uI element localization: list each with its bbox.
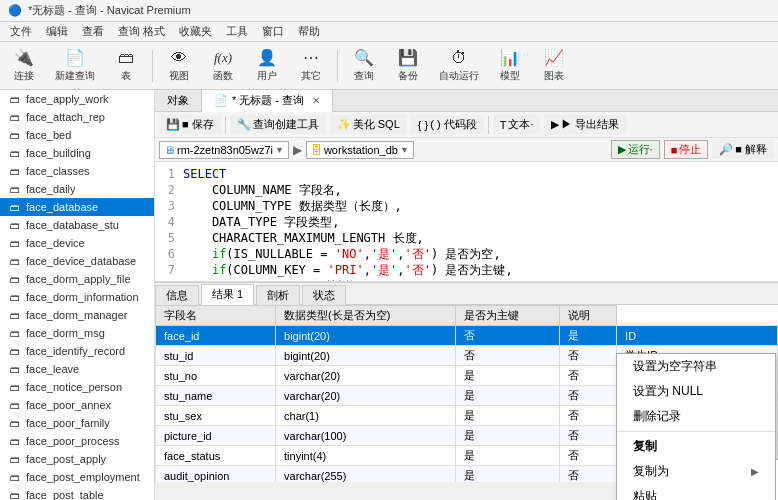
autorun-button[interactable]: ⏱ 自动运行 bbox=[432, 46, 486, 86]
menu-file[interactable]: 文件 bbox=[4, 24, 38, 39]
sidebar-item-face_post_apply[interactable]: 🗃face_post_apply bbox=[0, 450, 154, 468]
sidebar-item-label: face_device_database bbox=[26, 255, 136, 267]
ctx-set-null[interactable]: 设置为 NULL bbox=[617, 379, 775, 404]
model-button[interactable]: 📊 模型 bbox=[490, 46, 530, 86]
result-tab-info[interactable]: 信息 bbox=[155, 285, 199, 305]
menu-help[interactable]: 帮助 bbox=[292, 24, 326, 39]
user-button[interactable]: 👤 用户 bbox=[247, 46, 287, 86]
sidebar-item-face_poor_process[interactable]: 🗃face_poor_process bbox=[0, 432, 154, 450]
export-button[interactable]: ▶ ▶ 导出结果 bbox=[544, 115, 626, 134]
table-icon: 🗃 bbox=[115, 49, 137, 67]
sidebar-item-face_notice_person[interactable]: 🗃face_notice_person bbox=[0, 378, 154, 396]
save-button[interactable]: 💾 ■ 保存 bbox=[159, 115, 221, 134]
run-icon: ▶ bbox=[618, 143, 626, 156]
chart-button[interactable]: 📈 图表 bbox=[534, 46, 574, 86]
sidebar-item-face_dorm_apply_file[interactable]: 🗃face_dorm_apply_file bbox=[0, 270, 154, 288]
ctx-copy[interactable]: 复制 bbox=[617, 434, 775, 459]
ctx-copy-as-label: 复制为 bbox=[633, 463, 669, 480]
tab-query[interactable]: 📄 * 无标题 - 查询 ✕ bbox=[202, 90, 333, 112]
sidebar-item-face_device_database[interactable]: 🗃face_device_database bbox=[0, 252, 154, 270]
sidebar-item-face_device[interactable]: 🗃face_device bbox=[0, 234, 154, 252]
result-tab-profile[interactable]: 剖析 bbox=[256, 285, 300, 305]
results-tabs: 信息 结果 1 剖析 状态 bbox=[155, 283, 778, 305]
sidebar-item-face_poor_family[interactable]: 🗃face_poor_family bbox=[0, 414, 154, 432]
sidebar-item-face_daily[interactable]: 🗃face_daily bbox=[0, 180, 154, 198]
menu-tools[interactable]: 工具 bbox=[220, 24, 254, 39]
table-icon: 🗃 bbox=[8, 110, 22, 124]
sidebar-item-face_database_stu[interactable]: 🗃face_database_stu bbox=[0, 216, 154, 234]
backup-button[interactable]: 💾 备份 bbox=[388, 46, 428, 86]
snippet-label: ( ) 代码段 bbox=[430, 117, 476, 132]
menu-favorites[interactable]: 收藏夹 bbox=[173, 24, 218, 39]
tab-object[interactable]: 对象 bbox=[155, 90, 202, 112]
sidebar-item-face_bed[interactable]: 🗃face_bed bbox=[0, 126, 154, 144]
view-label: 视图 bbox=[169, 69, 189, 83]
sidebar-item-face_attach_rep[interactable]: 🗃face_attach_rep bbox=[0, 108, 154, 126]
view-button[interactable]: 👁 视图 bbox=[159, 46, 199, 86]
stop-button[interactable]: ■ 停止 bbox=[664, 140, 709, 159]
column-header[interactable]: 字段名 bbox=[156, 306, 276, 326]
ctx-delete[interactable]: 删除记录 bbox=[617, 404, 775, 429]
connect-button[interactable]: 🔌 连接 bbox=[4, 46, 44, 86]
sidebar-item-face_dorm_msg[interactable]: 🗃face_dorm_msg bbox=[0, 324, 154, 342]
query-builder-button[interactable]: 🔧 查询创建工具 bbox=[230, 115, 326, 134]
table-button[interactable]: 🗃 表 bbox=[106, 46, 146, 86]
column-header[interactable]: 数据类型(长是否为空) bbox=[276, 306, 456, 326]
menu-query-format[interactable]: 查询 格式 bbox=[112, 24, 171, 39]
ctx-copy-as[interactable]: 复制为 ▶ Insert 语句 Update 语句 bbox=[617, 459, 775, 484]
table-cell: 否 bbox=[560, 346, 617, 366]
sidebar-item-face_building[interactable]: 🗃face_building bbox=[0, 144, 154, 162]
other-button[interactable]: ⋯ 其它 bbox=[291, 46, 331, 86]
sidebar-item-face_classes[interactable]: 🗃face_classes bbox=[0, 162, 154, 180]
new-query-button[interactable]: 📄 新建查询 bbox=[48, 46, 102, 86]
sidebar-item-face_apply_work[interactable]: 🗃face_apply_work bbox=[0, 90, 154, 108]
snippet-icon: { } bbox=[418, 119, 428, 131]
backup-icon: 💾 bbox=[397, 48, 419, 67]
text-button[interactable]: T 文本· bbox=[493, 115, 541, 134]
database-select[interactable]: 🗄 workstation_db ▼ bbox=[306, 141, 414, 159]
sidebar-item-face_post_table[interactable]: 🗃face_post_table bbox=[0, 486, 154, 500]
sidebar-item-face_leave[interactable]: 🗃face_leave bbox=[0, 360, 154, 378]
explain-button[interactable]: 🔎 ■ 解释 bbox=[712, 140, 774, 159]
sidebar-item-face_identify_record[interactable]: 🗃face_identify_record bbox=[0, 342, 154, 360]
sidebar-item-face_database[interactable]: 🗃face_database bbox=[0, 198, 154, 216]
sidebar-item-face_post_employment[interactable]: 🗃face_post_employment bbox=[0, 468, 154, 486]
connection-select[interactable]: 🖥 rm-2zetn83n05wz7i ▼ bbox=[159, 141, 289, 159]
table-cell: 否 bbox=[560, 366, 617, 386]
table-icon: 🗃 bbox=[8, 308, 22, 322]
table-cell: 否 bbox=[560, 446, 617, 466]
export-icon: ▶ bbox=[551, 118, 559, 131]
other-label: 其它 bbox=[301, 69, 321, 83]
table-cell: 否 bbox=[560, 466, 617, 483]
table-cell: face_status bbox=[156, 446, 276, 466]
code-snippet-button[interactable]: { } ( ) 代码段 bbox=[411, 115, 484, 134]
connect-icon: 🔌 bbox=[13, 48, 35, 67]
function-button[interactable]: f(x) 函数 bbox=[203, 46, 243, 86]
result-tab-result[interactable]: 结果 1 bbox=[201, 284, 254, 305]
ctx-set-empty[interactable]: 设置为空字符串 bbox=[617, 354, 775, 379]
run-button[interactable]: ▶ 运行· bbox=[611, 140, 660, 159]
table-cell: 否 bbox=[455, 326, 560, 346]
table-icon: 🗃 bbox=[8, 92, 22, 106]
sidebar-item-face_dorm_manager[interactable]: 🗃face_dorm_manager bbox=[0, 306, 154, 324]
sidebar-item-label: face_database_stu bbox=[26, 219, 119, 231]
table-row[interactable]: face_idbigint(20)否是ID bbox=[156, 326, 778, 346]
ctx-paste[interactable]: 粘贴 bbox=[617, 484, 775, 500]
sidebar-item-face_poor_annex[interactable]: 🗃face_poor_annex bbox=[0, 396, 154, 414]
result-tab-status[interactable]: 状态 bbox=[302, 285, 346, 305]
column-header[interactable]: 是否为主键 bbox=[455, 306, 560, 326]
table-icon: 🗃 bbox=[8, 470, 22, 484]
tab-query-label: * 无标题 - 查询 bbox=[232, 93, 304, 108]
sql-editor[interactable]: 1SELECT2 COLUMN_NAME 字段名,3 COLUMN_TYPE 数… bbox=[155, 162, 778, 282]
sql-line: 3 COLUMN_TYPE 数据类型（长度）, bbox=[159, 198, 774, 214]
tab-close-icon[interactable]: ✕ bbox=[312, 95, 320, 106]
sidebar-item-face_dorm_information[interactable]: 🗃face_dorm_information bbox=[0, 288, 154, 306]
menu-view[interactable]: 查看 bbox=[76, 24, 110, 39]
query-button[interactable]: 🔍 查询 bbox=[344, 46, 384, 86]
menu-edit[interactable]: 编辑 bbox=[40, 24, 74, 39]
user-icon: 👤 bbox=[256, 48, 278, 67]
table-cell: stu_id bbox=[156, 346, 276, 366]
menu-window[interactable]: 窗口 bbox=[256, 24, 290, 39]
column-header[interactable]: 说明 bbox=[560, 306, 617, 326]
beautify-button[interactable]: ✨ 美化 SQL bbox=[330, 115, 407, 134]
